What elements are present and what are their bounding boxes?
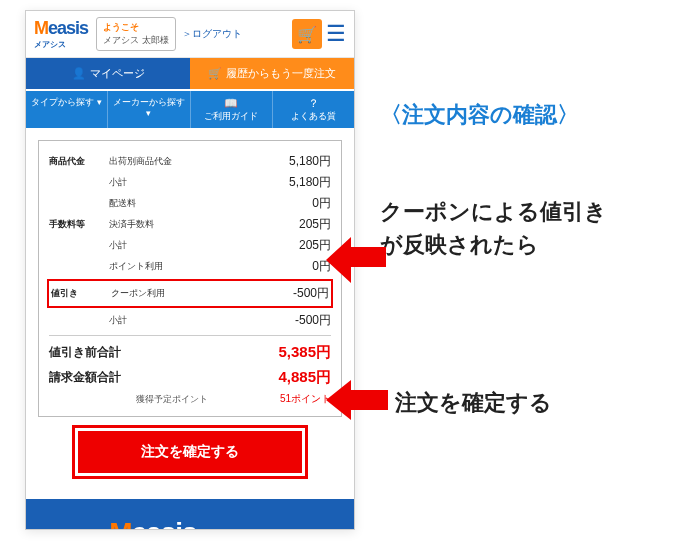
tab-maker[interactable]: メーカーから探す ▾ (107, 91, 189, 128)
annotation-coupon: クーポンによる値引き が反映されたら (380, 195, 607, 261)
coupon-highlight: 値引き クーポン利用 -500円 (47, 279, 333, 308)
footer: Measis 超激安!コンタクトレンズ通販サイト メアシス (26, 499, 354, 530)
arrow-1 (326, 237, 386, 283)
row-shipping: 配送料 0円 (49, 193, 331, 214)
welcome-line1: ようこそ (103, 21, 139, 34)
footer-logo[interactable]: Measis 超激安!コンタクトレンズ通販サイト メアシス (109, 517, 271, 530)
row-payment-fee: 手数料等 決済手数料 205円 (49, 214, 331, 235)
tab-guide[interactable]: 📖ご利用ガイド (190, 91, 272, 128)
cart-icon: 🛒 (297, 25, 317, 44)
order-summary: 商品代金 出荷別商品代金 5,180円 小計 5,180円 配送料 0円 手数料… (26, 128, 354, 493)
mypage-label: マイページ (90, 66, 145, 81)
reorder-nav[interactable]: 🛒 履歴からもう一度注文 (190, 58, 354, 89)
annotation-confirm: 注文を確定する (395, 388, 552, 418)
row-subtotal1: 小計 5,180円 (49, 172, 331, 193)
details-box: 商品代金 出荷別商品代金 5,180円 小計 5,180円 配送料 0円 手数料… (38, 140, 342, 417)
hamburger-icon: ☰ (326, 21, 346, 46)
row-points-use: ポイント利用 0円 (49, 256, 331, 277)
reorder-label: 履歴からもう一度注文 (226, 66, 336, 81)
tab-type[interactable]: タイプから探す ▾ (26, 91, 107, 128)
arrow-2 (326, 380, 388, 420)
svg-marker-0 (326, 237, 386, 283)
divider (49, 335, 331, 336)
logo-subtext: メアシス (34, 39, 66, 50)
tab-nav: タイプから探す ▾ メーカーから探す ▾ 📖ご利用ガイド ？よくある質 (26, 89, 354, 128)
welcome-line2: メアシス 太郎様 (103, 34, 169, 47)
phone-frame: Measis メアシス ようこそ メアシス 太郎様 ＞ログアウト 🛒 ☰ 👤 マ… (25, 10, 355, 530)
cart-button[interactable]: 🛒 (292, 19, 322, 49)
app-header: Measis メアシス ようこそ メアシス 太郎様 ＞ログアウト 🛒 ☰ (26, 11, 354, 58)
annotation-title: 〈注文内容の確認〉 (380, 100, 579, 130)
row-final-total: 請求金額合計 4,885円 (49, 365, 331, 390)
row-subtotal3: 小計 -500円 (49, 310, 331, 331)
confirm-order-button[interactable]: 注文を確定する (78, 431, 302, 473)
menu-button[interactable]: ☰ (326, 23, 346, 45)
logout-link[interactable]: ＞ログアウト (182, 27, 242, 41)
confirm-button-wrap: 注文を確定する (38, 417, 342, 483)
footer-logo-text: Measis (109, 517, 271, 530)
totals: 値引き前合計 5,385円 請求金額合計 4,885円 獲得予定ポイント51ポイ… (49, 340, 331, 406)
row-pre-discount: 値引き前合計 5,385円 (49, 340, 331, 365)
logo-text: Measis (34, 18, 88, 39)
svg-marker-1 (326, 380, 388, 420)
cart-icon: 🛒 (208, 67, 222, 80)
row-coupon: 値引き クーポン利用 -500円 (51, 283, 329, 304)
sub-nav: 👤 マイページ 🛒 履歴からもう一度注文 (26, 58, 354, 89)
row-subtotal2: 小計 205円 (49, 235, 331, 256)
book-icon: 📖 (224, 97, 238, 110)
mypage-nav[interactable]: 👤 マイページ (26, 58, 190, 89)
welcome-box: ようこそ メアシス 太郎様 (96, 17, 176, 51)
row-product: 商品代金 出荷別商品代金 5,180円 (49, 151, 331, 172)
person-icon: 👤 (72, 67, 86, 80)
tab-faq[interactable]: ？よくある質 (272, 91, 354, 128)
logo[interactable]: Measis メアシス (34, 18, 88, 50)
points-row: 獲得予定ポイント51ポイント (49, 392, 331, 406)
question-icon: ？ (308, 97, 319, 110)
